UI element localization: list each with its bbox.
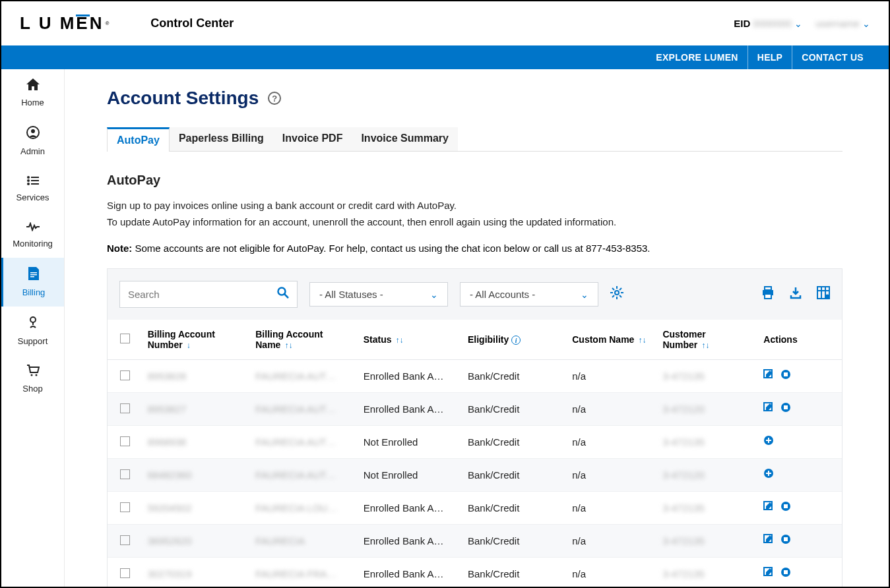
stop-button[interactable] bbox=[780, 402, 791, 416]
customer-number: 3-472135 bbox=[662, 502, 704, 514]
sidebar-item-label: Billing bbox=[22, 287, 46, 297]
list-icon bbox=[27, 175, 39, 189]
customer-number: 3-472120 bbox=[662, 469, 704, 481]
select-all-checkbox[interactable] bbox=[120, 334, 130, 343]
note: Note: Some accounts are not eligible for… bbox=[107, 243, 842, 254]
edit-button[interactable] bbox=[763, 567, 774, 581]
sidebar-item-services[interactable]: Services bbox=[1, 165, 64, 212]
sidebar-item-billing[interactable]: Billing bbox=[1, 258, 64, 307]
svg-line-21 bbox=[612, 288, 614, 290]
tab-autopay[interactable]: AutoPay bbox=[107, 127, 170, 152]
stop-button[interactable] bbox=[780, 369, 791, 383]
billing-account-number: 8953828 bbox=[148, 370, 186, 382]
top-bar: L U M E N® Control Center EID 0000000 ⌄ … bbox=[1, 1, 889, 45]
actions-cell bbox=[763, 435, 837, 449]
panel-controls: - All Statuses - ⌄ - All Accounts - ⌄ bbox=[108, 269, 842, 320]
sidebar-item-shop[interactable]: Shop bbox=[1, 355, 64, 403]
svg-rect-7 bbox=[31, 183, 39, 185]
stop-button[interactable] bbox=[780, 534, 791, 548]
tab-paperless-billing[interactable]: Paperless Billing bbox=[170, 127, 273, 151]
search-input-wrap[interactable] bbox=[119, 281, 298, 308]
table-row: 59204502FAURECIA LOU…Enrolled Bank A…Ban… bbox=[108, 492, 842, 525]
print-button[interactable] bbox=[761, 286, 775, 303]
col-customer-number[interactable]: Customer Number↑↓ bbox=[657, 320, 758, 360]
billing-account-number: 8953827 bbox=[148, 403, 186, 415]
edit-button[interactable] bbox=[763, 369, 774, 383]
sort-icon: ↑↓ bbox=[638, 336, 646, 345]
col-billing-account-name[interactable]: Billing Account Name↑↓ bbox=[250, 320, 358, 360]
download-button[interactable] bbox=[789, 286, 802, 303]
actions-cell bbox=[763, 567, 837, 581]
row-checkbox[interactable] bbox=[120, 502, 130, 512]
sidebar-item-support[interactable]: Support bbox=[1, 307, 64, 355]
svg-rect-38 bbox=[784, 405, 788, 409]
user-dropdown[interactable]: username ⌄ bbox=[815, 18, 870, 29]
chevron-down-icon: ⌄ bbox=[862, 18, 870, 29]
billing-account-name: FAURECIA AUT… bbox=[255, 403, 336, 415]
sidebar: Home Admin Services Monitoring Billing S… bbox=[1, 69, 65, 588]
tab-invoice-pdf[interactable]: Invoice PDF bbox=[273, 127, 352, 151]
col-billing-account-number[interactable]: Billing Account Number↓ bbox=[143, 320, 251, 360]
svg-point-6 bbox=[27, 183, 30, 185]
status-cell: Enrolled Bank A… bbox=[358, 525, 462, 558]
row-checkbox[interactable] bbox=[120, 568, 130, 578]
search-icon[interactable] bbox=[277, 287, 289, 302]
info-icon[interactable]: i bbox=[511, 336, 521, 345]
svg-point-12 bbox=[30, 374, 32, 376]
customer-number: 3-472120 bbox=[662, 403, 704, 415]
row-checkbox[interactable] bbox=[120, 469, 130, 479]
sidebar-item-label: Services bbox=[16, 192, 49, 202]
columns-button[interactable] bbox=[817, 286, 830, 303]
svg-rect-27 bbox=[765, 294, 771, 299]
custom-name-cell: n/a bbox=[567, 360, 657, 393]
stop-button[interactable] bbox=[780, 567, 791, 581]
nav-explore-lumen[interactable]: EXPLORE LUMEN bbox=[647, 45, 747, 69]
edit-button[interactable] bbox=[763, 534, 774, 548]
billing-account-name: FAURECIA LOU… bbox=[255, 502, 337, 514]
logo[interactable]: L U M E N® bbox=[20, 13, 111, 34]
row-checkbox[interactable] bbox=[120, 436, 130, 446]
nav-help[interactable]: HELP bbox=[747, 45, 792, 69]
col-custom-name[interactable]: Custom Name↑↓ bbox=[567, 320, 657, 360]
eid-value: 0000000 bbox=[753, 18, 792, 29]
table-panel: - All Statuses - ⌄ - All Accounts - ⌄ bbox=[107, 268, 842, 588]
svg-rect-5 bbox=[31, 180, 39, 181]
billing-account-number: 8968938 bbox=[148, 436, 186, 448]
billing-icon bbox=[28, 267, 39, 283]
edit-button[interactable] bbox=[763, 501, 774, 515]
status-cell: Enrolled Bank A… bbox=[358, 492, 462, 525]
eligibility-cell: Bank/Credit bbox=[462, 558, 567, 589]
col-status[interactable]: Status↑↓ bbox=[358, 320, 462, 360]
custom-name-cell: n/a bbox=[567, 426, 657, 459]
sort-icon: ↑↓ bbox=[701, 341, 709, 350]
add-button[interactable] bbox=[763, 435, 774, 449]
status-filter[interactable]: - All Statuses - ⌄ bbox=[309, 282, 448, 307]
row-checkbox[interactable] bbox=[120, 370, 130, 380]
nav-contact-us[interactable]: CONTACT US bbox=[792, 45, 873, 69]
stop-button[interactable] bbox=[780, 501, 791, 515]
edit-button[interactable] bbox=[763, 402, 774, 416]
add-button[interactable] bbox=[763, 468, 774, 482]
customer-number: 3-472135 bbox=[662, 535, 704, 546]
home-icon bbox=[26, 78, 40, 94]
search-input[interactable] bbox=[128, 289, 277, 300]
svg-point-13 bbox=[35, 374, 37, 376]
page-title: Account Settings bbox=[107, 88, 259, 109]
sidebar-item-monitoring[interactable]: Monitoring bbox=[1, 212, 64, 258]
svg-rect-47 bbox=[784, 504, 788, 508]
sort-icon: ↑↓ bbox=[396, 336, 404, 345]
help-icon[interactable]: ? bbox=[268, 92, 281, 105]
table-row: 36952620FAURECIAEnrolled Bank A…Bank/Cre… bbox=[108, 525, 842, 558]
sidebar-item-admin[interactable]: Admin bbox=[1, 117, 64, 165]
account-filter[interactable]: - All Accounts - ⌄ bbox=[460, 282, 598, 307]
customer-number: 3-472135 bbox=[662, 436, 704, 448]
svg-point-2 bbox=[27, 176, 30, 179]
tab-invoice-summary[interactable]: Invoice Summary bbox=[352, 127, 458, 151]
settings-button[interactable] bbox=[610, 286, 623, 303]
sidebar-item-label: Admin bbox=[20, 146, 45, 156]
billing-account-number: 30270319 bbox=[148, 568, 192, 579]
eid-dropdown[interactable]: EID 0000000 ⌄ bbox=[734, 18, 802, 29]
sidebar-item-home[interactable]: Home bbox=[1, 69, 64, 117]
row-checkbox[interactable] bbox=[120, 403, 130, 413]
row-checkbox[interactable] bbox=[120, 535, 130, 545]
